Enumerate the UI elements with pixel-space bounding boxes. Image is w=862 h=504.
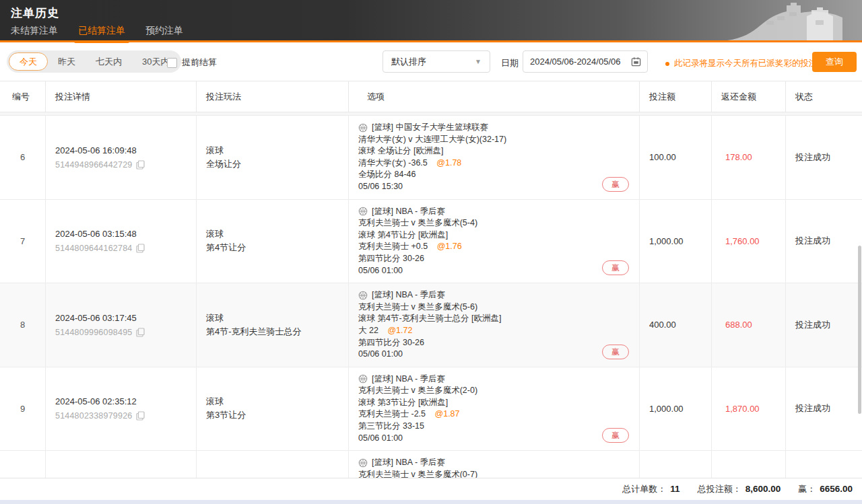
tab-settled-bets[interactable]: 已结算注单 (78, 25, 125, 43)
total-count-label: 总计单数： (622, 483, 666, 495)
quick-date-filter-group: 今天 昨天 七天内 30天内 (7, 50, 181, 73)
league-name: [篮球] NBA - 季后赛 (372, 289, 445, 301)
col-header-play: 投注玩法 (197, 81, 349, 112)
copy-icon[interactable] (136, 160, 145, 170)
play-type: 滚球 (206, 395, 339, 408)
result-badge: 赢 (602, 260, 629, 275)
win-amount-value: 6656.00 (820, 484, 853, 494)
match-time: 05/06 15:30 (358, 181, 630, 193)
play-type: 滚球 (206, 227, 339, 241)
copy-icon[interactable] (136, 244, 145, 253)
bet-number: 6 (0, 116, 46, 199)
date-label: 日期 (501, 57, 519, 69)
option-cell: [篮球] NBA - 季后赛 克利夫兰骑士 v 奥兰多魔术(5-4) 滚球 第4… (349, 200, 640, 283)
market-info: 滚球 第4节让分 [欧洲盘] (358, 229, 630, 242)
tab-unsettled-bets[interactable]: 未结算注单 (11, 25, 58, 43)
result-badge: 赢 (602, 177, 629, 192)
total-amount-label: 总投注额： (698, 483, 741, 495)
market-info: 滚球 第3节让分 [欧洲盘] (358, 397, 630, 409)
result-badge: 赢 (602, 345, 629, 359)
bet-id: 5144809644162784 (55, 244, 132, 253)
table-row: 7 2024-05-06 03:15:48 5144809644162784 滚… (0, 200, 862, 284)
filter-bar: 今天 昨天 七天内 30天内 提前结算 默认排序 ▼ 日期 2024/05/06… (0, 42, 862, 81)
filter-today[interactable]: 今天 (9, 52, 48, 71)
bet-status: 投注成功 (786, 367, 862, 451)
match-time: 05/06 01:00 (358, 349, 630, 361)
bet-amount: 1,000.00 (640, 367, 712, 451)
bet-number: 9 (0, 367, 46, 451)
match-teams: 克利夫兰骑士 v 奥兰多魔术(5-4) (358, 217, 630, 229)
notice-dot-icon (665, 62, 669, 66)
col-header-amount: 投注额 (640, 81, 712, 112)
bet-time: 2024-05-06 03:15:48 (55, 229, 187, 239)
basketball-icon (358, 207, 368, 216)
odds-value: @1.72 (387, 326, 412, 335)
score-line: 第四节比分 30-26 (358, 337, 630, 349)
return-amount: 178.00 (712, 116, 786, 199)
bet-time: 2024-05-06 03:17:45 (55, 313, 187, 323)
page-title: 注单历史 (11, 5, 59, 21)
notice-text: 此记录将显示今天所有已派奖彩的投注 (674, 58, 818, 69)
match-teams: 清华大学(女) v 大连理工大学(女)(32-17) (358, 134, 630, 146)
bet-status: 投注成功 (786, 116, 862, 199)
play-type: 滚球 (206, 312, 339, 325)
bet-amount: 100.00 (640, 116, 712, 199)
date-range-input[interactable]: 2024/05/06-2024/05/06 (523, 50, 648, 73)
bet-id: 5144809996098495 (55, 328, 132, 337)
sort-dropdown[interactable]: 默认排序 ▼ (383, 50, 490, 73)
basketball-icon (358, 291, 368, 300)
early-settlement-label: 提前结算 (182, 57, 217, 69)
bet-detail-cell: 2024-05-06 03:15:48 5144809644162784 (46, 200, 197, 283)
option-cell: [篮球] 中国女子大学生篮球联赛 清华大学(女) v 大连理工大学(女)(32-… (349, 116, 640, 199)
chevron-down-icon: ▼ (475, 58, 482, 65)
league-name: [篮球] 中国女子大学生篮球联赛 (372, 122, 488, 134)
bet-history-page: 注单历史 未结算注单 已结算注单 预约注单 今天 昨天 七天内 30天内 提前结… (0, 0, 862, 504)
pick-selection: 大 22 (358, 326, 378, 335)
table-body: 6 2024-05-06 16:09:48 5144948966442729 滚… (0, 112, 862, 504)
tab-reserved-bets[interactable]: 预约注单 (145, 25, 183, 43)
col-header-option: 选项 (349, 81, 640, 112)
bet-number: 8 (0, 283, 46, 367)
col-header-number: 编号 (0, 81, 46, 112)
table-row: 6 2024-05-06 16:09:48 5144948966442729 滚… (0, 116, 862, 200)
match-time: 05/06 01:00 (358, 265, 630, 277)
table-row: 9 2024-05-06 02:35:12 5144802338979926 滚… (0, 367, 862, 452)
filter-7days[interactable]: 七天内 (86, 52, 132, 71)
early-settlement-checkbox[interactable] (167, 58, 177, 68)
query-button[interactable]: 查询 (812, 52, 857, 72)
odds-value: @1.76 (437, 242, 462, 251)
calendar-icon[interactable] (631, 57, 641, 67)
bet-time: 2024-05-06 16:09:48 (55, 145, 187, 155)
copy-icon[interactable] (136, 328, 145, 337)
sort-selected-value: 默认排序 (391, 56, 426, 68)
odds-value: @1.87 (435, 409, 460, 419)
result-badge: 赢 (602, 428, 629, 443)
play-type-cell: 滚球 第4节-克利夫兰骑士总分 (197, 283, 349, 367)
bet-detail-cell: 2024-05-06 16:09:48 5144948966442729 (46, 116, 197, 199)
play-type-cell: 滚球 全场让分 (197, 116, 349, 199)
league-name: [篮球] NBA - 季后赛 (372, 206, 445, 218)
play-detail: 第3节让分 (206, 408, 339, 422)
great-wall-illustration (727, 0, 862, 40)
pick-selection: 克利夫兰骑士 -2.5 (358, 409, 426, 419)
play-type-cell: 滚球 第4节让分 (197, 200, 349, 283)
league-name: [篮球] NBA - 季后赛 (372, 457, 445, 469)
filter-yesterday[interactable]: 昨天 (48, 52, 86, 71)
play-detail: 全场让分 (206, 157, 339, 171)
basketball-icon (358, 123, 368, 133)
copy-icon[interactable] (136, 411, 145, 421)
bet-amount: 1,000.00 (640, 200, 712, 283)
early-settlement-option[interactable]: 提前结算 (167, 57, 217, 69)
return-amount: 1,870.00 (712, 367, 786, 451)
page-header: 注单历史 未结算注单 已结算注单 预约注单 (0, 0, 862, 40)
league-name: [篮球] NBA - 季后赛 (372, 373, 445, 386)
play-detail: 第4节让分 (206, 241, 339, 254)
vertical-scrollbar-thumb[interactable] (858, 246, 861, 414)
total-amount-value: 8,600.00 (745, 484, 781, 494)
bet-amount: 400.00 (640, 283, 712, 367)
option-cell: [篮球] NBA - 季后赛 克利夫兰骑士 v 奥兰多魔术(5-6) 滚球 第4… (349, 283, 640, 367)
basketball-icon (358, 374, 368, 384)
bet-number: 7 (0, 200, 46, 283)
match-teams: 克利夫兰骑士 v 奥兰多魔术(2-0) (358, 385, 630, 397)
score-line: 全场比分 84-46 (358, 169, 630, 181)
